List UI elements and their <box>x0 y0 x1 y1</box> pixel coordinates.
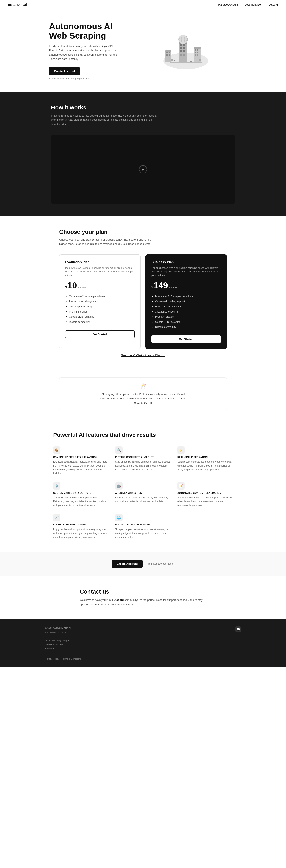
check-icon: ✓ <box>151 310 154 313</box>
nav-manage-account[interactable]: Manage Account <box>218 3 238 6</box>
svg-point-33 <box>171 59 173 61</box>
feature-desc-content-gen: Automate workflows to produce reports, a… <box>177 496 233 508</box>
how-it-works-section: How it works Imagine turning any website… <box>0 92 286 216</box>
svg-rect-21 <box>197 49 199 51</box>
business-currency: $ <box>151 285 153 289</box>
feature-icon-custom-outputs: ⚙️ <box>53 482 61 490</box>
check-icon: ✓ <box>65 315 67 318</box>
footer-inner: © 2024 ONE GUY AND AI ABN 64 024 087 419… <box>45 626 241 651</box>
feature-comprehensive: 📦 COMPREHENSIVE DATA EXTRACTION Extract … <box>53 446 109 476</box>
feature-ai-analytics: 🤖 AI-DRIVEN ANALYTICS Leverage AI to det… <box>115 482 171 508</box>
footer-address-line3: Australia <box>45 647 71 651</box>
feature-desc-innovative-scraping: Scrape complex websites with precision u… <box>115 527 171 539</box>
feature-icon-comprehensive: 📦 <box>53 446 61 454</box>
feature-icon-innovative-scraping: 🌐 <box>115 514 122 521</box>
feature-icon-content-gen: 📝 <box>177 482 185 490</box>
svg-rect-20 <box>195 49 196 51</box>
check-icon: ✓ <box>151 300 154 303</box>
feature-item: ✓ Premium proxies <box>151 314 221 319</box>
feature-item: ✓ Premium proxies <box>65 309 135 314</box>
how-title: How it works <box>51 104 235 111</box>
hero-image <box>135 28 237 73</box>
feature-custom-outputs: ⚙️ CUSTOMIZABLE DATA OUTPUTS Transform s… <box>53 482 109 508</box>
feature-item: ✓ Google SERP scraping <box>151 319 221 324</box>
pricing-cards: Evaluation Plan Ideal while evaluating o… <box>59 254 227 349</box>
evaluation-plan-name: Evaluation Plan <box>65 260 135 264</box>
pricing-description: Choose your plan and start scraping effo… <box>59 238 157 246</box>
svg-rect-13 <box>183 47 185 49</box>
evaluation-price: 10 <box>67 281 77 290</box>
contact-section: Contact us We'd love to have you in our … <box>0 576 286 619</box>
hero-subtext: AI web scraping from just $10 per month. <box>49 77 135 80</box>
feature-desc-api-integration: Enjoy flexible output options that easil… <box>53 527 109 539</box>
business-price: 149 <box>154 281 168 290</box>
evaluation-plan-card: Evaluation Plan Ideal while evaluating o… <box>59 254 141 349</box>
evaluation-cta-button[interactable]: Get Started <box>65 330 135 338</box>
feature-name-api-integration: FLEXIBLE API INTEGRATION <box>53 523 109 526</box>
business-cta-button[interactable]: Get Started <box>151 335 221 343</box>
feature-item: ✓ Discord community <box>151 324 221 330</box>
feature-name-competitor: INSTANT COMPETITOR INSIGHTS <box>115 456 171 458</box>
svg-rect-15 <box>183 50 185 52</box>
feature-desc-realtime: Seamlessly integrate live data into your… <box>177 460 233 472</box>
nav-links: Manage Account Documentation Discord <box>218 3 278 6</box>
privacy-policy-link[interactable]: Privacy Policy <box>45 657 59 660</box>
hero-illustration <box>159 28 212 73</box>
logo[interactable]: InstantAPI.ai β <box>8 3 29 6</box>
check-icon: ✓ <box>65 295 67 298</box>
pricing-title: Choose your plan <box>59 229 227 235</box>
feature-icon-ai-analytics: 🤖 <box>115 482 122 490</box>
how-video-area[interactable]: ▶ <box>51 134 235 204</box>
check-icon: ✓ <box>151 295 154 298</box>
svg-point-34 <box>199 59 201 61</box>
feature-name-ai-analytics: AI-DRIVEN ANALYTICS <box>115 492 171 494</box>
hero-cta-button[interactable]: Create Account <box>49 67 80 75</box>
evaluation-period: /month <box>78 286 86 289</box>
svg-point-30 <box>190 61 192 62</box>
features-section: Powerful AI features that drive results … <box>0 420 286 552</box>
footer-address-line1: 3/308-332 Bong Bong St <box>45 639 71 643</box>
svg-rect-23 <box>197 52 199 53</box>
svg-rect-14 <box>180 50 182 52</box>
feature-name-content-gen: AUTOMATED CONTENT GENERATION <box>177 492 233 494</box>
hero-description: Easily capture data from any website wit… <box>49 44 118 61</box>
feature-desc-custom-outputs: Transform scraped data to fit your needs… <box>53 496 109 508</box>
check-icon: ✓ <box>151 326 154 329</box>
discord-icon: 💬 <box>237 628 240 631</box>
contact-discord-link[interactable]: Discord <box>114 598 123 601</box>
nav-documentation[interactable]: Documentation <box>244 3 262 6</box>
svg-rect-25 <box>197 54 199 56</box>
terms-link[interactable]: Terms & Conditions <box>62 657 81 660</box>
feature-innovative-scraping: 🌐 INNOVATIVE AI WEB SCRAPING Scrape comp… <box>115 514 171 539</box>
hero-section: Autonomous AI Web Scraping Easily captur… <box>0 9 286 92</box>
feature-icon-api-integration: 🔗 <box>53 514 61 521</box>
logo-text: InstantAPI.ai <box>8 3 27 6</box>
feature-item: ✓ Custom API coding support <box>151 299 221 304</box>
contact-title: Contact us <box>80 588 206 595</box>
feature-desc-comprehensive: Extract product details, reviews, pricin… <box>53 460 109 476</box>
check-icon: ✓ <box>65 310 67 313</box>
bottom-cta-button[interactable]: Create Account <box>112 560 143 568</box>
feature-item: ✓ Google SERP scraping <box>65 314 135 319</box>
features-title: Powerful AI features that drive results <box>53 432 233 438</box>
evaluation-currency: $ <box>65 285 67 289</box>
svg-rect-24 <box>195 54 196 56</box>
testimonial-card: 🥂 "After trying other options, InstantAP… <box>59 377 227 411</box>
feature-item: ✓ JavaScript rendering <box>65 304 135 309</box>
svg-point-29 <box>174 60 175 61</box>
svg-rect-12 <box>180 47 182 49</box>
features-grid: 📦 COMPREHENSIVE DATA EXTRACTION Extract … <box>53 446 233 539</box>
footer-discord-icon[interactable]: 💬 <box>235 626 241 632</box>
business-features: ✓ Maximum of 15 scrapes per minute ✓ Cus… <box>151 294 221 330</box>
feature-name-realtime: REAL-TIME INTEGRATION <box>177 456 233 458</box>
evaluation-plan-desc: Ideal while evaluating our service or fo… <box>65 266 135 277</box>
discord-cta-link[interactable]: Need more? Chat with us on Discord. <box>121 354 165 357</box>
feature-item: ✓ JavaScript rendering <box>151 309 221 314</box>
contact-description: We'd love to have you in our Discord com… <box>80 598 206 607</box>
hero-text: Autonomous AI Web Scraping Easily captur… <box>49 22 135 80</box>
logo-badge: β <box>28 4 29 6</box>
svg-rect-6 <box>169 54 170 56</box>
nav-discord[interactable]: Discord <box>269 3 278 6</box>
play-button[interactable]: ▶ <box>139 165 147 174</box>
business-period: /month <box>169 286 177 289</box>
